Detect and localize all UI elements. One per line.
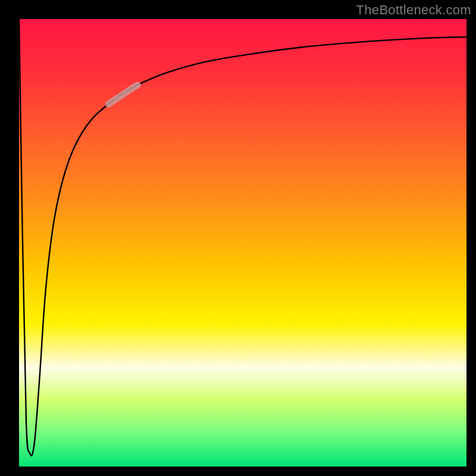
plot-area <box>19 19 466 466</box>
chart-frame: TheBottleneck.com <box>0 0 476 476</box>
watermark-text: TheBottleneck.com <box>356 2 471 18</box>
curve-highlight <box>108 85 137 104</box>
curve-line <box>19 19 466 456</box>
chart-svg <box>19 19 466 466</box>
